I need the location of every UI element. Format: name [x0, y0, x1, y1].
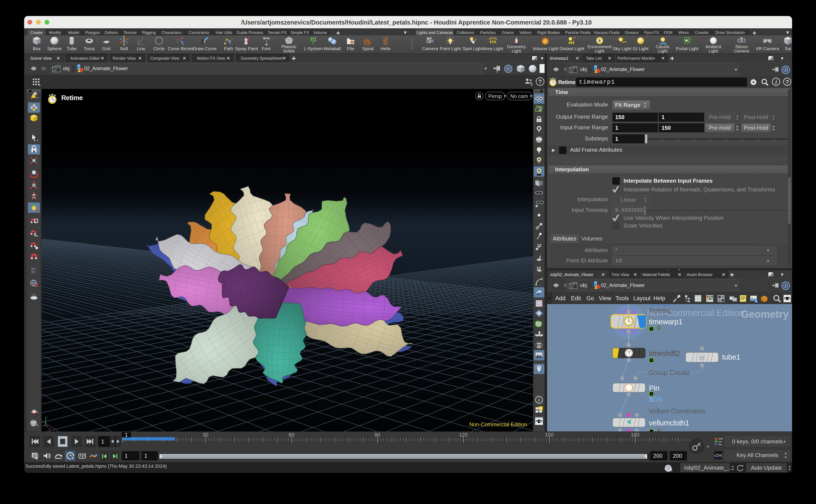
svg-text:Pin: Pin	[649, 384, 659, 392]
svg-text:Geometry: Geometry	[741, 309, 789, 320]
svg-text:timewarp1: timewarp1	[649, 318, 682, 326]
svg-text:tube1: tube1	[722, 353, 740, 361]
svg-text:y: y	[45, 415, 47, 420]
svg-text:Vellum Constraints: Vellum Constraints	[648, 407, 705, 415]
svg-text:timeshift2: timeshift2	[649, 349, 680, 357]
svg-text:vellumcloth1: vellumcloth1	[649, 419, 689, 427]
svg-text:Retime: Retime	[649, 307, 670, 314]
svg-text:Group Create: Group Create	[648, 369, 690, 376]
svg-text:22x: 22x	[32, 294, 36, 296]
svg-text:x: x	[49, 427, 51, 431]
svg-text:i: i	[538, 397, 540, 403]
svg-text:$OS: $OS	[649, 396, 662, 403]
